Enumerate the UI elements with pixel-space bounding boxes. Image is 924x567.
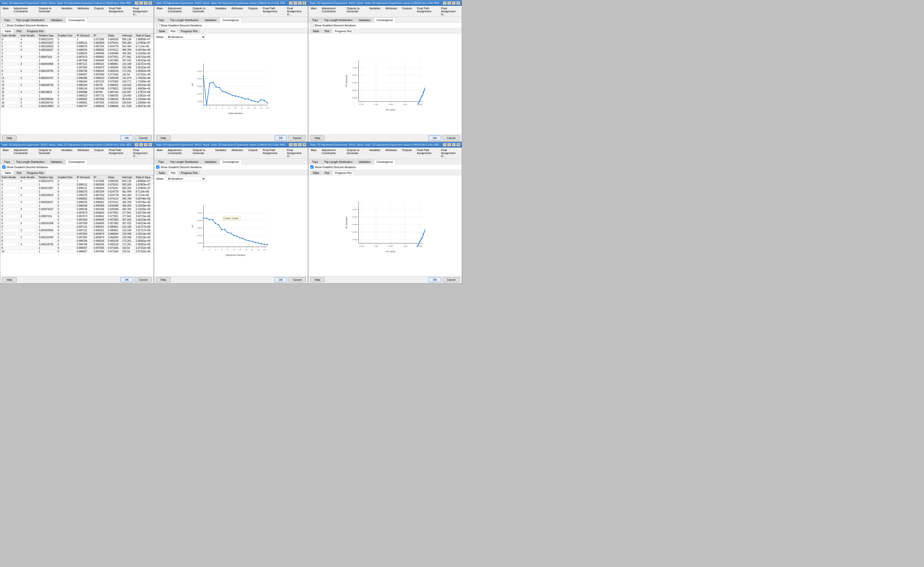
tab-trips[interactable]: Trips (1, 159, 13, 164)
table-row[interactable]: 9100.9966570.9975660.971566192.542.07332… (0, 246, 154, 250)
table-scroll[interactable]: Outer IteratioInner IteratioRelative Gap… (0, 33, 154, 134)
table-row[interactable]: 15100.9958130.9977310.980035119.4591.328… (0, 94, 154, 98)
table-row[interactable]: 530.0006701600.9976730.9938420.977821277… (0, 215, 154, 218)
table-row[interactable]: 340.00032602700.9983760.9906020.97421236… (0, 48, 154, 52)
menu-item[interactable]: Adjustment Constraints (166, 148, 189, 158)
menu-item[interactable]: Attributes (76, 148, 90, 158)
menu-item[interactable]: Outputs (247, 6, 260, 17)
cancel-button[interactable]: Cancel (442, 135, 460, 140)
window-control-btn[interactable]: □ (452, 143, 456, 146)
menu-item[interactable]: Final Path Assignment (415, 148, 437, 158)
table-row[interactable]: 1730.00029993400.9958520.9978560.9882429… (0, 98, 154, 101)
table-row[interactable]: 040.000221972010.9722860.884326856.1361.… (0, 179, 154, 183)
tab-convergence[interactable]: Convergence (66, 18, 88, 23)
sub-tab-table[interactable]: Table (310, 29, 321, 33)
table-row[interactable]: 7100.9970550.9958790.966094239.3992.5921… (0, 66, 154, 69)
window-control-btn[interactable]: — (139, 1, 143, 5)
menu-item[interactable]: Final Assignment O... (440, 148, 461, 158)
show-gradient-checkbox[interactable] (156, 165, 159, 168)
menu-item[interactable]: Final Path Assignment (107, 6, 129, 17)
menu-item[interactable]: Outputs to Generate (345, 6, 366, 17)
sub-tab-progress-plot[interactable]: Progress Plot (25, 171, 46, 175)
window-control-btn[interactable]: — (293, 143, 297, 146)
window-control-btn[interactable]: ? (135, 143, 139, 146)
tab-convergence[interactable]: Convergence (374, 159, 396, 164)
sub-tab-plot[interactable]: Plot (168, 171, 178, 175)
table-row[interactable]: 13100.9961440.9974680.978052136.6381.496… (0, 87, 154, 90)
cancel-button[interactable]: Cancel (288, 277, 306, 282)
window-control-btn[interactable]: □ (144, 1, 148, 5)
tab-trips[interactable]: Trips (309, 159, 321, 164)
table-scroll[interactable]: Outer IteratioInner IteratioRelative Gap… (0, 175, 154, 276)
sub-tab-plot[interactable]: Plot (168, 29, 178, 33)
table-row[interactable]: 140.00042190700.9991210.9826090.97024150… (0, 186, 154, 190)
tab-validation[interactable]: Validation (202, 18, 219, 23)
menu-item[interactable]: Outputs to Generate (37, 6, 57, 17)
sub-tab-plot[interactable]: Plot (322, 171, 332, 175)
menu-item[interactable]: Outputs (93, 6, 105, 17)
menu-item[interactable]: Adjustment Constraints (166, 6, 189, 17)
sub-tab-progress-plot[interactable]: Progress Plot (179, 171, 200, 175)
tab-convergence[interactable]: Convergence (374, 18, 396, 23)
menu-item[interactable]: Variables (60, 148, 74, 158)
show-gradient-checkbox[interactable] (310, 165, 314, 168)
table-row[interactable]: 630.00053039800.9975990.9946950.95798330… (0, 222, 154, 225)
table-row[interactable]: 1130.00026370700.9963960.9969130.9850381… (0, 77, 154, 80)
menu-item[interactable]: Variables (368, 148, 382, 158)
table-row[interactable]: 1330.00026975900.9961630.997330.98640111… (0, 83, 154, 87)
tab-validation[interactable]: Validation (48, 159, 65, 164)
show-iterations-select[interactable]: All Iterations (165, 176, 206, 181)
cancel-button[interactable]: Cancel (288, 135, 306, 140)
menu-item[interactable]: Attributes (76, 6, 90, 17)
ok-button[interactable]: OK (275, 277, 287, 282)
menu-item[interactable]: Variables (368, 6, 382, 17)
table-row[interactable]: 530.0006701600.9976730.9938420.977821277… (0, 55, 154, 59)
table-row[interactable]: 1830.00030675200.9958510.9979250.9915241… (0, 101, 154, 105)
table-row[interactable]: 240.00032062900.9992760.9873340.92477856… (0, 45, 154, 48)
help-button[interactable]: Help (310, 135, 325, 140)
window-control-btn[interactable]: ? (442, 1, 447, 5)
menu-item[interactable]: Outputs to Generate (191, 6, 212, 17)
tab-convergence[interactable]: Convergence (66, 159, 88, 164)
menu-item[interactable]: Adjustment Constraints (320, 6, 343, 17)
tab-trips[interactable]: Trips (309, 18, 321, 23)
menu-item[interactable]: Main (1, 148, 10, 158)
tab-validation[interactable]: Validation (48, 18, 65, 23)
table-row[interactable]: 240.00032062900.9992760.9873340.92477856… (0, 194, 154, 197)
cancel-button[interactable]: Cancel (135, 135, 152, 140)
ok-button[interactable]: OK (429, 135, 441, 140)
table-row[interactable]: 830.00031539300.9970550.9958790.96609423… (0, 236, 154, 239)
menu-item[interactable]: Outputs to Generate (345, 148, 366, 158)
sub-tab-plot[interactable]: Plot (14, 29, 24, 33)
menu-item[interactable]: Outputs to Generate (191, 148, 212, 158)
menu-item[interactable]: Variables (214, 148, 228, 158)
table-row[interactable]: 7100.9970550.9958790.966094239.3992.5921… (0, 232, 154, 236)
window-control-btn[interactable]: □ (144, 143, 148, 146)
table-row[interactable]: 930.00022875500.9967060.9963260.98322817… (0, 243, 154, 246)
window-control-btn[interactable]: ✕ (456, 143, 460, 146)
window-control-btn[interactable]: □ (298, 143, 302, 146)
menu-item[interactable]: Adjustment Constraints (12, 6, 35, 17)
table-row[interactable]: 8100.9967060.9963260.983228172.2612.0580… (0, 239, 154, 243)
tab-validation[interactable]: Validation (356, 18, 374, 23)
menu-item[interactable]: Attributes (384, 6, 399, 17)
tab-validation[interactable]: Validation (202, 159, 219, 164)
table-row[interactable]: 3100.9983380.9904580.945488406.3555.1042… (0, 204, 154, 208)
show-gradient-checkbox[interactable] (2, 165, 6, 168)
table-row[interactable]: 11100.9963640.9971030.975359159.7711.734… (0, 80, 154, 83)
tab-trip-length-distribution[interactable]: Trip Length Distribution (13, 159, 47, 164)
ok-button[interactable]: OK (120, 277, 133, 282)
tab-trips[interactable]: Trips (1, 18, 13, 23)
help-button[interactable]: Help (156, 277, 171, 282)
menu-item[interactable]: Outputs to Generate (37, 148, 57, 158)
table-row[interactable]: 730.00040390600.9971210.9954210.98085121… (0, 229, 154, 232)
sub-tab-progress-plot[interactable]: Progress Plot (25, 29, 46, 33)
help-button[interactable]: Help (2, 135, 16, 140)
menu-item[interactable]: Final Assignment O... (440, 6, 461, 17)
sub-tab-table[interactable]: Table (310, 171, 321, 175)
window-control-btn[interactable]: ✕ (456, 1, 460, 5)
ok-button[interactable]: OK (275, 135, 287, 140)
table-row[interactable]: 9100.9966570.9975660.971566192.542.07332… (0, 73, 154, 77)
sub-tab-table[interactable]: Table (156, 171, 167, 175)
tab-validation[interactable]: Validation (356, 159, 374, 164)
